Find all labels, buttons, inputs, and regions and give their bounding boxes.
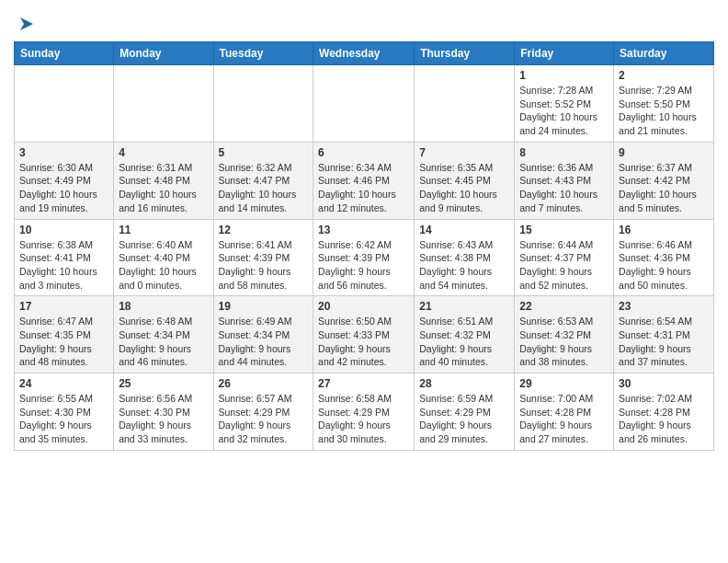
calendar-header-friday: Friday <box>515 42 614 65</box>
day-info: Sunrise: 6:50 AM Sunset: 4:33 PM Dayligh… <box>318 315 409 369</box>
calendar-header-tuesday: Tuesday <box>213 42 313 65</box>
calendar-cell: 5Sunrise: 6:32 AM Sunset: 4:47 PM Daylig… <box>213 142 313 219</box>
calendar-cell: 13Sunrise: 6:42 AM Sunset: 4:39 PM Dayli… <box>313 219 415 296</box>
day-number: 18 <box>119 300 208 313</box>
day-number: 10 <box>19 224 108 236</box>
day-number: 13 <box>318 224 409 236</box>
day-info: Sunrise: 7:02 AM Sunset: 4:28 PM Dayligh… <box>619 392 709 446</box>
calendar-header-row: SundayMondayTuesdayWednesdayThursdayFrid… <box>15 42 714 65</box>
calendar-cell <box>15 65 114 143</box>
day-number: 12 <box>219 224 309 236</box>
logo <box>14 14 37 34</box>
day-info: Sunrise: 6:36 AM Sunset: 4:43 PM Dayligh… <box>519 161 609 215</box>
day-info: Sunrise: 6:54 AM Sunset: 4:31 PM Dayligh… <box>619 315 709 369</box>
day-info: Sunrise: 6:48 AM Sunset: 4:34 PM Dayligh… <box>119 315 208 369</box>
calendar-cell: 4Sunrise: 6:31 AM Sunset: 4:48 PM Daylig… <box>114 142 213 219</box>
calendar-cell: 3Sunrise: 6:30 AM Sunset: 4:49 PM Daylig… <box>15 142 114 219</box>
calendar-week-row: 24Sunrise: 6:55 AM Sunset: 4:30 PM Dayli… <box>15 373 714 451</box>
day-number: 20 <box>318 300 409 313</box>
calendar-cell: 24Sunrise: 6:55 AM Sunset: 4:30 PM Dayli… <box>15 373 114 451</box>
header <box>14 9 714 34</box>
logo-arrow-icon <box>17 14 37 34</box>
day-info: Sunrise: 7:28 AM Sunset: 5:52 PM Dayligh… <box>519 84 609 138</box>
day-number: 27 <box>318 377 409 390</box>
calendar-cell: 16Sunrise: 6:46 AM Sunset: 4:36 PM Dayli… <box>614 219 714 296</box>
calendar-cell: 27Sunrise: 6:58 AM Sunset: 4:29 PM Dayli… <box>313 373 415 451</box>
calendar-week-row: 1Sunrise: 7:28 AM Sunset: 5:52 PM Daylig… <box>15 65 714 143</box>
calendar-cell: 14Sunrise: 6:43 AM Sunset: 4:38 PM Dayli… <box>415 219 515 296</box>
calendar-cell: 10Sunrise: 6:38 AM Sunset: 4:41 PM Dayli… <box>15 219 114 296</box>
day-number: 8 <box>519 146 609 159</box>
day-number: 25 <box>119 377 208 390</box>
day-info: Sunrise: 6:35 AM Sunset: 4:45 PM Dayligh… <box>419 161 509 215</box>
calendar-cell: 23Sunrise: 6:54 AM Sunset: 4:31 PM Dayli… <box>614 296 714 373</box>
calendar-header-thursday: Thursday <box>415 42 515 65</box>
calendar-cell: 19Sunrise: 6:49 AM Sunset: 4:34 PM Dayli… <box>213 296 313 373</box>
day-number: 5 <box>219 146 309 159</box>
calendar-header-sunday: Sunday <box>15 42 114 65</box>
day-info: Sunrise: 6:55 AM Sunset: 4:30 PM Dayligh… <box>19 392 108 446</box>
day-number: 4 <box>119 146 208 159</box>
calendar-cell: 18Sunrise: 6:48 AM Sunset: 4:34 PM Dayli… <box>114 296 213 373</box>
day-number: 7 <box>419 146 509 159</box>
calendar-cell: 9Sunrise: 6:37 AM Sunset: 4:42 PM Daylig… <box>614 142 714 219</box>
calendar-cell: 2Sunrise: 7:29 AM Sunset: 5:50 PM Daylig… <box>614 65 714 143</box>
day-info: Sunrise: 6:58 AM Sunset: 4:29 PM Dayligh… <box>318 392 409 446</box>
calendar-cell <box>415 65 515 143</box>
day-info: Sunrise: 6:46 AM Sunset: 4:36 PM Dayligh… <box>619 238 709 293</box>
day-info: Sunrise: 6:57 AM Sunset: 4:29 PM Dayligh… <box>219 392 309 446</box>
day-number: 16 <box>619 224 709 236</box>
day-info: Sunrise: 6:51 AM Sunset: 4:32 PM Dayligh… <box>419 315 509 369</box>
calendar-week-row: 3Sunrise: 6:30 AM Sunset: 4:49 PM Daylig… <box>15 142 714 219</box>
calendar-cell: 26Sunrise: 6:57 AM Sunset: 4:29 PM Dayli… <box>213 373 313 451</box>
day-info: Sunrise: 6:59 AM Sunset: 4:29 PM Dayligh… <box>419 392 509 446</box>
calendar-cell: 7Sunrise: 6:35 AM Sunset: 4:45 PM Daylig… <box>415 142 515 219</box>
day-number: 9 <box>619 146 709 159</box>
day-number: 3 <box>19 146 108 159</box>
day-number: 28 <box>419 377 509 390</box>
day-info: Sunrise: 6:42 AM Sunset: 4:39 PM Dayligh… <box>318 238 409 293</box>
calendar-cell: 28Sunrise: 6:59 AM Sunset: 4:29 PM Dayli… <box>415 373 515 451</box>
day-number: 14 <box>419 224 509 236</box>
calendar-cell: 30Sunrise: 7:02 AM Sunset: 4:28 PM Dayli… <box>614 373 714 451</box>
calendar-cell: 22Sunrise: 6:53 AM Sunset: 4:32 PM Dayli… <box>515 296 614 373</box>
calendar-cell: 20Sunrise: 6:50 AM Sunset: 4:33 PM Dayli… <box>313 296 415 373</box>
day-info: Sunrise: 6:32 AM Sunset: 4:47 PM Dayligh… <box>219 161 309 215</box>
calendar-cell: 1Sunrise: 7:28 AM Sunset: 5:52 PM Daylig… <box>515 65 614 143</box>
svg-marker-0 <box>20 17 33 30</box>
day-info: Sunrise: 6:31 AM Sunset: 4:48 PM Dayligh… <box>119 161 208 215</box>
calendar-header-saturday: Saturday <box>614 42 714 65</box>
day-info: Sunrise: 6:43 AM Sunset: 4:38 PM Dayligh… <box>419 238 509 293</box>
day-info: Sunrise: 6:53 AM Sunset: 4:32 PM Dayligh… <box>519 315 609 369</box>
day-number: 22 <box>519 300 609 313</box>
calendar-cell: 21Sunrise: 6:51 AM Sunset: 4:32 PM Dayli… <box>415 296 515 373</box>
day-number: 19 <box>219 300 309 313</box>
day-info: Sunrise: 6:49 AM Sunset: 4:34 PM Dayligh… <box>219 315 309 369</box>
day-number: 24 <box>19 377 108 390</box>
day-number: 15 <box>519 224 609 236</box>
day-info: Sunrise: 6:41 AM Sunset: 4:39 PM Dayligh… <box>219 238 309 293</box>
calendar-cell: 25Sunrise: 6:56 AM Sunset: 4:30 PM Dayli… <box>114 373 213 451</box>
day-info: Sunrise: 7:00 AM Sunset: 4:28 PM Dayligh… <box>519 392 609 446</box>
calendar-cell: 6Sunrise: 6:34 AM Sunset: 4:46 PM Daylig… <box>313 142 415 219</box>
day-number: 2 <box>619 69 709 82</box>
calendar-cell: 17Sunrise: 6:47 AM Sunset: 4:35 PM Dayli… <box>15 296 114 373</box>
day-number: 30 <box>619 377 709 390</box>
day-number: 11 <box>119 224 208 236</box>
day-info: Sunrise: 6:40 AM Sunset: 4:40 PM Dayligh… <box>119 238 208 293</box>
calendar-cell: 15Sunrise: 6:44 AM Sunset: 4:37 PM Dayli… <box>515 219 614 296</box>
calendar-table: SundayMondayTuesdayWednesdayThursdayFrid… <box>14 41 714 451</box>
day-info: Sunrise: 6:37 AM Sunset: 4:42 PM Dayligh… <box>619 161 709 215</box>
calendar-week-row: 17Sunrise: 6:47 AM Sunset: 4:35 PM Dayli… <box>15 296 714 373</box>
calendar-header-wednesday: Wednesday <box>313 42 415 65</box>
day-number: 1 <box>519 69 609 82</box>
calendar-cell: 12Sunrise: 6:41 AM Sunset: 4:39 PM Dayli… <box>213 219 313 296</box>
day-info: Sunrise: 7:29 AM Sunset: 5:50 PM Dayligh… <box>619 84 709 138</box>
day-info: Sunrise: 6:38 AM Sunset: 4:41 PM Dayligh… <box>19 238 108 293</box>
day-number: 23 <box>619 300 709 313</box>
calendar-week-row: 10Sunrise: 6:38 AM Sunset: 4:41 PM Dayli… <box>15 219 714 296</box>
day-number: 29 <box>519 377 609 390</box>
day-info: Sunrise: 6:56 AM Sunset: 4:30 PM Dayligh… <box>119 392 208 446</box>
day-info: Sunrise: 6:47 AM Sunset: 4:35 PM Dayligh… <box>19 315 108 369</box>
day-info: Sunrise: 6:34 AM Sunset: 4:46 PM Dayligh… <box>318 161 409 215</box>
